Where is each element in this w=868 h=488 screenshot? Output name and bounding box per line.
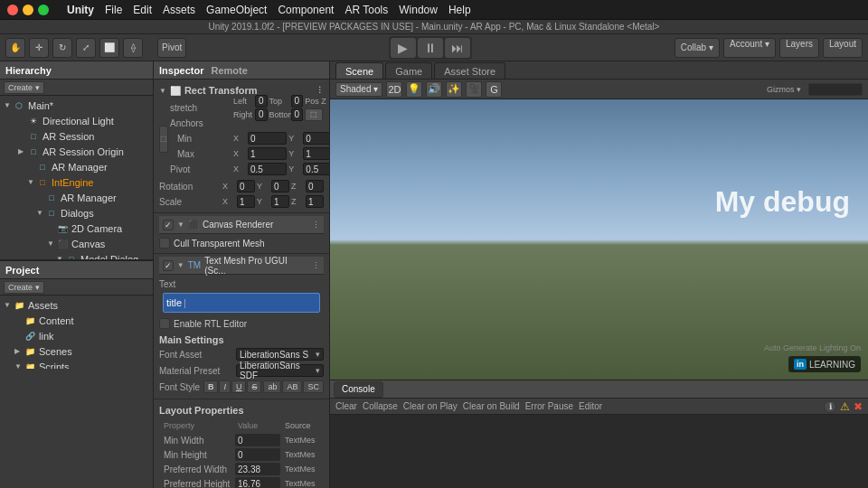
menu-file[interactable]: File — [105, 4, 122, 16]
rotate-tool-btn[interactable]: ↻ — [52, 38, 72, 58]
account-button[interactable]: Account ▾ — [723, 38, 776, 58]
scene-tab[interactable]: Scene — [335, 62, 383, 79]
menu-artools[interactable]: AR Tools — [344, 4, 388, 16]
pivot-button[interactable]: Pivot — [157, 38, 186, 58]
anchors-min-x[interactable]: 0 — [248, 132, 287, 145]
project-create-btn[interactable]: Create ▾ — [4, 281, 44, 294]
error-pause-btn[interactable]: Error Pause — [525, 400, 573, 413]
inspector-tab[interactable]: Inspector — [159, 65, 204, 76]
lowercase-btn[interactable]: ab — [263, 380, 281, 393]
hand-tool-btn[interactable]: ✋ — [5, 38, 25, 58]
text-input[interactable]: title | — [163, 293, 320, 313]
clear-on-play-btn[interactable]: Clear on Play — [403, 400, 458, 413]
project-assets[interactable]: ▼ 📁 Assets — [0, 297, 153, 313]
pivot-y[interactable]: 0.5 — [303, 163, 329, 175]
canvas-options-icon[interactable]: ⋮ — [312, 221, 320, 230]
rect-options-icon[interactable]: ⋮ — [316, 86, 324, 95]
hierarchy-item-2dcamera[interactable]: 📷 2D Camera — [0, 221, 153, 236]
bottom-value[interactable]: 0 — [291, 108, 304, 121]
hierarchy-item-armanager1[interactable]: □ AR Manager — [0, 159, 153, 174]
menu-assets[interactable]: Assets — [163, 4, 195, 16]
scene-camera-btn[interactable]: 🎥 — [466, 81, 482, 98]
2d-toggle[interactable]: 2D — [386, 81, 402, 98]
hierarchy-item-arsessionorigin[interactable]: ▶ □ AR Session Origin — [0, 144, 153, 159]
scene-search[interactable] — [808, 83, 863, 96]
gizmos-btn[interactable]: G — [486, 81, 502, 98]
menu-help[interactable]: Help — [448, 4, 471, 16]
hierarchy-item-armanager2[interactable]: □ AR Manager — [0, 190, 153, 205]
play-button[interactable]: ▶ — [391, 38, 416, 58]
clear-on-build-btn[interactable]: Clear on Build — [463, 400, 520, 413]
cull-checkbox[interactable] — [159, 238, 170, 249]
textmesh-checkbox[interactable]: ✓ — [163, 260, 174, 271]
italic-btn[interactable]: I — [219, 380, 231, 393]
menu-component[interactable]: Component — [278, 4, 334, 16]
collab-button[interactable]: Collab ▾ — [675, 38, 720, 58]
smallcaps-btn[interactable]: SC — [303, 380, 324, 393]
hierarchy-item-dialogs[interactable]: ▼ □ Dialogs — [0, 205, 153, 221]
pos-options-btn[interactable]: ⬚ — [305, 108, 323, 121]
anchors-min-y[interactable]: 0 — [303, 132, 329, 145]
menu-window[interactable]: Window — [399, 4, 438, 16]
pause-button[interactable]: ⏸ — [418, 38, 443, 58]
move-tool-btn[interactable]: ✛ — [29, 38, 49, 58]
project-scenes[interactable]: ▶ 📁 Scenes — [0, 343, 153, 359]
layout-button[interactable]: Layout — [823, 38, 863, 58]
anchors-max-y[interactable]: 1 — [303, 147, 329, 160]
fullscreen-button[interactable] — [38, 5, 49, 15]
rect-tool-btn[interactable]: ⬜ — [99, 38, 119, 58]
left-value[interactable]: 0 — [255, 95, 268, 108]
scale-x[interactable]: 1 — [237, 195, 255, 208]
hierarchy-item-canvas[interactable]: ▼ ⬛ Canvas — [0, 236, 153, 251]
project-content[interactable]: 📁 Content — [0, 313, 153, 328]
hierarchy-item-modaldialog[interactable]: ▼ □ Model Dialog — [0, 251, 153, 259]
transform-tool-btn[interactable]: ⟠ — [123, 38, 143, 58]
hierarchy-item-main[interactable]: ▼ ⬡ Main* — [0, 98, 153, 113]
rot-z[interactable]: 0 — [306, 180, 324, 192]
console-tab[interactable]: Console — [334, 381, 383, 398]
menu-edit[interactable]: Edit — [133, 4, 152, 16]
game-tab[interactable]: Game — [385, 62, 432, 79]
asset-store-tab[interactable]: Asset Store — [434, 62, 505, 79]
editor-btn[interactable]: Editor — [579, 400, 602, 413]
fx-toggle[interactable]: ✨ — [446, 81, 462, 98]
clear-btn[interactable]: Clear — [335, 400, 357, 413]
menu-gameobject[interactable]: GameObject — [206, 4, 267, 16]
rtl-checkbox[interactable] — [159, 318, 170, 329]
right-value[interactable]: 0 — [255, 108, 268, 121]
scale-z[interactable]: 1 — [306, 195, 324, 208]
hierarchy-item-intengine[interactable]: ▼ □ IntEngine — [0, 174, 153, 190]
menu-app[interactable]: Unity — [67, 4, 94, 16]
hierarchy-item-arsession[interactable]: □ AR Session — [0, 128, 153, 144]
rot-x[interactable]: 0 — [237, 180, 255, 192]
step-button[interactable]: ⏭ — [445, 38, 470, 58]
light-toggle[interactable]: 💡 — [406, 81, 422, 98]
underline-btn[interactable]: U — [231, 380, 247, 393]
audio-toggle[interactable]: 🔊 — [426, 81, 442, 98]
uppercase-btn[interactable]: AB — [282, 380, 302, 393]
scale-tool-btn[interactable]: ⤢ — [76, 38, 96, 58]
remote-tab[interactable]: Remote — [212, 65, 248, 76]
material-preset-value[interactable]: LiberationSans SDF ▾ — [236, 364, 324, 377]
scene-viewport[interactable]: title My debug ✳ title — [330, 99, 868, 380]
project-link[interactable]: 🔗 link — [0, 328, 153, 343]
layers-button[interactable]: Layers — [779, 38, 819, 58]
top-value[interactable]: 0 — [291, 95, 304, 108]
project-tab[interactable]: Project — [5, 265, 39, 276]
hierarchy-create-btn[interactable]: Create ▾ — [4, 81, 44, 94]
pivot-x[interactable]: 0.5 — [248, 163, 287, 175]
hierarchy-item-dirlight[interactable]: ☀ Directional Light — [0, 113, 153, 128]
scale-y[interactable]: 1 — [271, 195, 289, 208]
bold-btn[interactable]: B — [203, 380, 219, 393]
anchor-preset-btn[interactable]: ⬚ — [159, 126, 168, 153]
font-asset-value[interactable]: LiberationSans S ▾ — [236, 348, 324, 361]
hierarchy-tab[interactable]: Hierarchy — [5, 65, 52, 76]
anchors-max-x[interactable]: 1 — [248, 147, 287, 160]
textmesh-options-icon[interactable]: ⋮ — [312, 261, 320, 270]
close-button[interactable] — [7, 5, 18, 15]
shaded-dropdown[interactable]: Shaded ▾ — [335, 82, 382, 97]
info-icon[interactable]: ℹ — [824, 400, 836, 413]
strikethrough-btn[interactable]: S — [247, 380, 261, 393]
rot-y[interactable]: 0 — [271, 180, 289, 192]
project-scripts[interactable]: ▼ 📁 Scripts — [0, 359, 153, 369]
